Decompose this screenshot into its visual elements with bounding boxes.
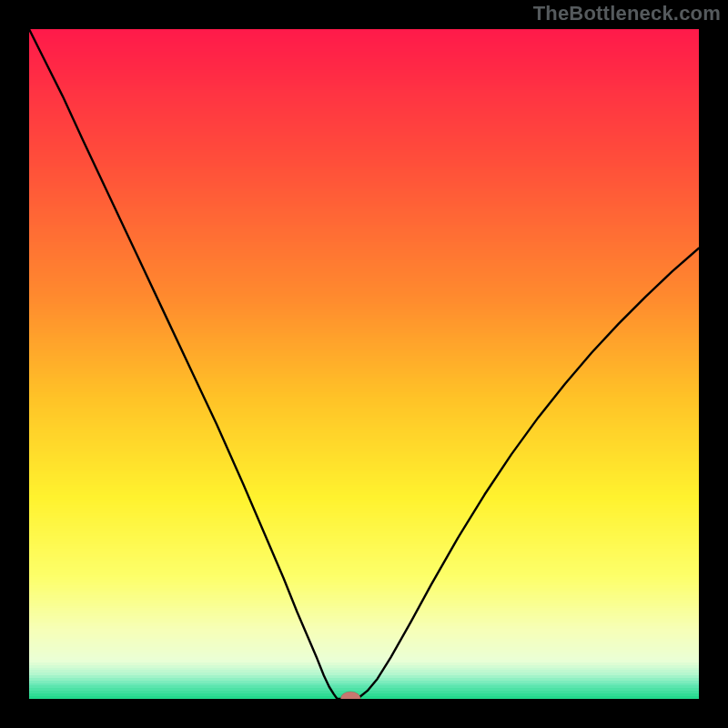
watermark-text: TheBottleneck.com [533, 2, 721, 25]
optimum-marker [340, 692, 360, 699]
curve-layer [29, 29, 699, 699]
plot-area [29, 29, 699, 699]
chart-frame: TheBottleneck.com [0, 0, 728, 728]
bottleneck-curve [29, 29, 699, 699]
